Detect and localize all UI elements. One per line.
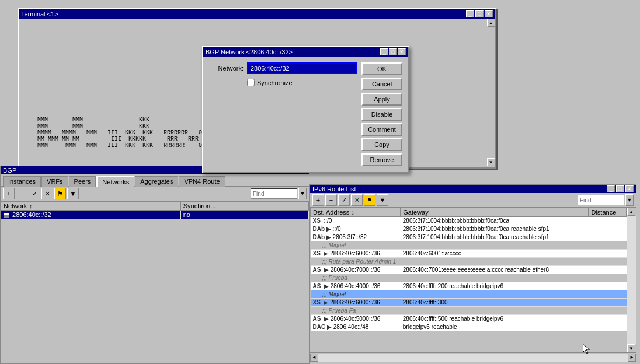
terminal-minimize-btn[interactable]: _ xyxy=(466,10,474,18)
network-field-row: Network: xyxy=(209,62,357,74)
table-row[interactable]: DAb ▶ 2806:3f7::/32 2806:3f7:1004:bbbb:b… xyxy=(311,233,627,242)
terminal-maximize-btn[interactable]: □ xyxy=(475,10,484,18)
bgp-dialog-buttons: OK Cancel Apply Disable Comment Copy Rem… xyxy=(361,62,402,166)
ipv6-cross-btn[interactable]: ✕ xyxy=(351,194,363,206)
bgp-find-input[interactable] xyxy=(251,188,297,199)
table-row[interactable]: AS ▶ 2806:40c:5000::/36 2806:40c:ffff::5… xyxy=(311,315,627,323)
sync-cell: no xyxy=(180,211,308,219)
bgp-table-container: Network ↕ Synchron... 2806:40c::/32 no xyxy=(1,201,309,364)
bgp-find-btn[interactable]: ▼ xyxy=(298,188,307,200)
bgp-dialog-minimize[interactable]: _ xyxy=(380,48,388,55)
col-dst[interactable]: Dst. Address ↕ xyxy=(311,208,401,217)
bgp-network-dialog: BGP Network <2806:40c::/32> _ □ ✕ Networ… xyxy=(202,46,409,173)
scroll-up-arrow[interactable]: ▲ xyxy=(487,19,495,27)
terminal-scrollbar[interactable]: ▲ ▼ xyxy=(486,19,495,166)
tab-peers[interactable]: Peers xyxy=(69,176,96,187)
comment-row: ;;; Miguel xyxy=(311,290,627,299)
copy-button[interactable]: Copy xyxy=(361,138,402,151)
bgp-panel: BGP Instances VRFs Peers Networks Aggreg… xyxy=(0,166,309,364)
bgp-dialog-titlebar: BGP Network <2806:40c::/32> _ □ ✕ xyxy=(203,47,408,57)
network-input-wrapper xyxy=(247,62,357,74)
ipv6-close-btn[interactable]: ✕ xyxy=(625,186,634,192)
ipv6-minimize-btn[interactable]: _ xyxy=(607,186,615,192)
bgp-dialog-body: Network: Synchronize OK Cancel Apply Dis… xyxy=(203,57,408,172)
sync-row: Synchronize xyxy=(247,79,357,86)
cross-button[interactable]: ✕ xyxy=(41,188,53,200)
table-row[interactable]: XS ▶ 2806:40c:6000::/36 2806:40c:6001::a… xyxy=(311,250,627,258)
scroll-down[interactable]: ▼ xyxy=(627,344,635,352)
sync-checkbox[interactable] xyxy=(247,79,255,86)
ipv6-panel-titlebar: IPv6 Route List _ □ ✕ xyxy=(310,185,636,193)
sync-label: Synchronize xyxy=(257,79,293,86)
ipv6-find-area: ▼ xyxy=(578,194,634,206)
filter-button[interactable]: ▼ xyxy=(67,188,79,200)
apply-button[interactable]: Apply xyxy=(361,93,402,106)
check-button[interactable]: ✓ xyxy=(29,188,40,200)
scroll-up[interactable]: ▲ xyxy=(627,208,635,216)
disable-button[interactable]: Disable xyxy=(361,108,402,121)
network-label: Network: xyxy=(209,65,247,72)
comment-row: ;;; Prueba Fa xyxy=(311,307,627,315)
bgp-panel-tabs: Instances VRFs Peers Networks Aggregates… xyxy=(1,174,309,187)
tab-networks[interactable]: Networks xyxy=(96,176,134,187)
scroll-right[interactable]: ► xyxy=(628,354,636,362)
bgp-dialog-fields: Network: Synchronize xyxy=(209,62,357,166)
bgp-find-area: ▼ xyxy=(251,188,307,200)
remove-button[interactable]: Remove xyxy=(361,153,402,166)
table-row[interactable]: DAb ▶ ::/0 2806:3f7:1004:bbbb:bbbb:bbbb:… xyxy=(311,225,627,233)
bgp-dialog-close[interactable]: ✕ xyxy=(398,48,406,55)
table-row[interactable]: AS ▶ 2806:40c:7000::/36 2806:40c:7001:ee… xyxy=(311,266,627,274)
ipv6-find-btn[interactable]: ▼ xyxy=(625,194,634,206)
col-gateway[interactable]: Gateway xyxy=(401,208,589,217)
ipv6-filter-btn[interactable]: ▼ xyxy=(377,194,388,206)
table-row[interactable]: DAC ▶ 2806:40c::/48 bridgeipv6 reachable xyxy=(311,323,627,331)
cancel-button[interactable]: Cancel xyxy=(361,78,402,90)
tab-vpn4route[interactable]: VPN4 Route xyxy=(179,176,225,187)
table-row[interactable]: XS ::/0 2806:3f7:1004:bbbb:bbbb:bbbb:f0c… xyxy=(311,217,627,225)
ipv6-add-btn[interactable]: + xyxy=(312,194,324,206)
ok-button[interactable]: OK xyxy=(361,62,402,75)
col-synchron[interactable]: Synchron... xyxy=(180,202,308,211)
tab-instances[interactable]: Instances xyxy=(3,176,41,187)
tab-aggregates[interactable]: Aggregates xyxy=(135,176,178,187)
terminal-close-btn[interactable]: ✕ xyxy=(485,10,493,18)
ipv6-panel: IPv6 Route List _ □ ✕ + − ✓ ✕ ⚑ ▼ ▼ Dst.… xyxy=(309,184,636,364)
ipv6-maximize-btn[interactable]: □ xyxy=(616,186,624,192)
ipv6-find-input[interactable] xyxy=(578,195,624,205)
bgp-dialog-title: BGP Network <2806:40c::/32> xyxy=(206,48,293,55)
ipv6-scroll-content: Dst. Address ↕ Gateway Distance XS ::/0 … xyxy=(310,208,636,352)
table-row[interactable]: XS ▶ 2806:40c:6000::/36 2806:40c:ffff::3… xyxy=(311,299,627,307)
ipv6-vertical-scrollbar[interactable]: ▲ ▼ xyxy=(627,208,636,352)
bgp-network-table: Network ↕ Synchron... 2806:40c::/32 no xyxy=(1,201,309,219)
ipv6-horizontal-scrollbar[interactable]: ◄ ► xyxy=(310,352,636,362)
network-input[interactable] xyxy=(247,62,357,74)
network-cell: 2806:40c::/32 xyxy=(1,211,181,219)
col-distance[interactable]: Distance xyxy=(589,208,627,217)
flag-icon xyxy=(4,213,9,218)
flag-button[interactable]: ⚑ xyxy=(54,188,66,200)
table-row[interactable]: AS ▶ 2806:40c:4000::/36 2806:40c:ffff::2… xyxy=(311,282,627,290)
terminal-title: Terminal <1> xyxy=(21,10,58,18)
scroll-track[interactable] xyxy=(318,354,628,362)
ipv6-panel-toolbar: + − ✓ ✕ ⚑ ▼ ▼ xyxy=(310,193,636,208)
comment-row: ;;; Prueba xyxy=(311,274,627,282)
tab-vrfs[interactable]: VRFs xyxy=(41,176,68,187)
ipv6-panel-title: IPv6 Route List xyxy=(312,186,356,192)
add-button[interactable]: + xyxy=(3,188,15,200)
ipv6-flag-btn[interactable]: ⚑ xyxy=(364,194,375,206)
comment-row: ;;; Miguel xyxy=(311,242,627,250)
delete-button[interactable]: − xyxy=(16,188,27,200)
ascii-art: MMM MMM KKK MMM MMM KKK MMMM MMMM MMM II… xyxy=(30,117,216,149)
bgp-panel-title: BGP xyxy=(3,167,16,174)
ipv6-remove-btn[interactable]: − xyxy=(325,194,337,206)
bgp-dialog-maximize[interactable]: □ xyxy=(389,48,397,55)
ipv6-status-bar: 11 items (1 selected) xyxy=(310,362,636,364)
col-network[interactable]: Network ↕ xyxy=(1,202,181,211)
terminal-titlebar: Terminal <1> _ □ ✕ xyxy=(19,9,495,19)
scroll-left[interactable]: ◄ xyxy=(310,354,318,362)
table-row[interactable]: 2806:40c::/32 no xyxy=(1,211,309,219)
scroll-down-arrow[interactable]: ▼ xyxy=(487,158,495,166)
ipv6-check-btn[interactable]: ✓ xyxy=(338,194,350,206)
bgp-panel-toolbar: + − ✓ ✕ ⚑ ▼ ▼ xyxy=(1,187,309,201)
comment-button[interactable]: Comment xyxy=(361,123,402,136)
